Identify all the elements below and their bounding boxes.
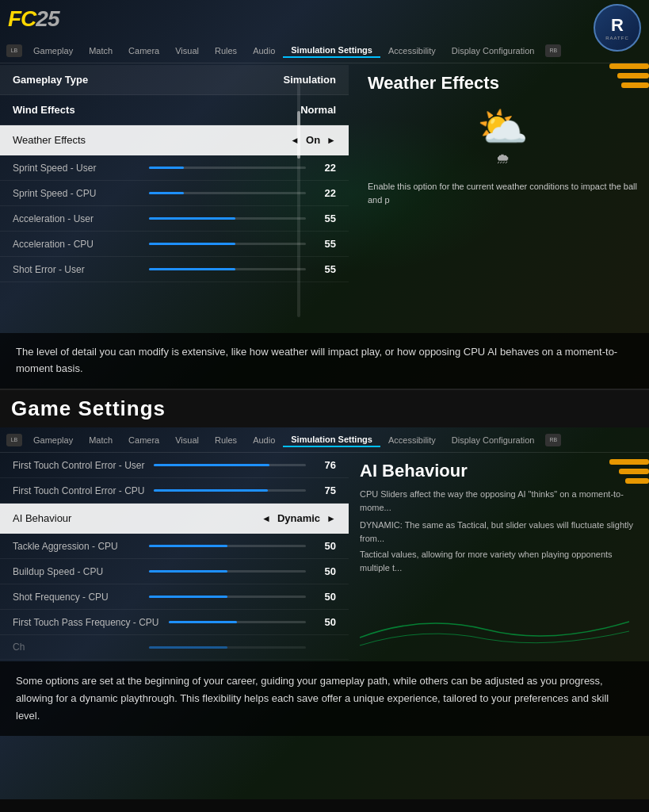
ai-behaviour-panel: AI Behaviour CPU Sliders affect the way … (349, 453, 649, 661)
shot-error-user-slider[interactable] (149, 268, 306, 270)
bottom-nav-match[interactable]: Match (81, 434, 120, 446)
bottom-orange-dashes (605, 459, 649, 484)
nav-item-display[interactable]: Display Configuration (444, 44, 543, 57)
gameplay-type-value: Simulation (284, 74, 336, 86)
ai-behaviour-control[interactable]: ◄ Dynamic ► (262, 512, 336, 524)
buildup-speed-value: 50 (315, 565, 336, 577)
fc25-logo: FC25 (8, 6, 59, 32)
buildup-speed-slider[interactable] (149, 570, 306, 573)
acceleration-user-slider[interactable] (149, 217, 306, 220)
badge-letter: R (611, 15, 624, 36)
top-section: FC25 R RAATFC LB Gameplay Match Camera V… (0, 0, 649, 389)
ftpass-freq-value: 50 (315, 616, 336, 628)
ftce-user-slider[interactable] (154, 464, 306, 466)
ch-slider[interactable] (149, 646, 306, 649)
nav-item-accessibility[interactable]: Accessibility (380, 44, 444, 57)
shot-error-user-row[interactable]: Shot Error - User 55 (0, 257, 349, 282)
ftce-user-row[interactable]: First Touch Control Error - User 76 (0, 453, 349, 478)
ftce-cpu-row[interactable]: First Touch Control Error - CPU 75 (0, 478, 349, 504)
sprint-speed-cpu-value: 22 (315, 187, 336, 199)
nav-item-gameplay[interactable]: Gameplay (25, 44, 81, 57)
acceleration-cpu-label: Acceleration - CPU (13, 239, 139, 250)
ch-label: Ch (13, 642, 139, 653)
bottom-nav-gameplay[interactable]: Gameplay (25, 434, 81, 446)
sprint-speed-user-label: Sprint Speed - User (13, 163, 139, 174)
buildup-speed-row[interactable]: Buildup Speed - CPU 50 (0, 559, 349, 584)
shot-error-user-label: Shot Error - User (13, 264, 139, 275)
game-settings-section: Game Settings (0, 389, 649, 427)
sprint-speed-cpu-label: Sprint Speed - CPU (13, 188, 139, 199)
orange-dash (625, 478, 649, 484)
weather-effects-row[interactable]: Weather Effects ◄ On ► (0, 125, 349, 155)
bottom-lb-button[interactable]: LB (6, 434, 22, 446)
rain-icon: 🌧 (496, 151, 510, 167)
sprint-speed-user-value: 22 (315, 162, 336, 174)
ai-arrow-left-icon[interactable]: ◄ (262, 513, 271, 524)
ftpass-freq-row[interactable]: First Touch Pass Frequency - CPU 50 (0, 610, 349, 635)
wind-effects-label: Wind Effects (13, 104, 75, 116)
tackle-aggression-row[interactable]: Tackle Aggression - CPU 50 (0, 534, 349, 559)
ai-behaviour-title: AI Behaviour (360, 461, 638, 481)
acceleration-user-value: 55 (315, 213, 336, 224)
wind-effects-row[interactable]: Wind Effects Normal (0, 95, 349, 125)
shot-frequency-value: 50 (315, 591, 336, 603)
nav-item-simulation[interactable]: Simulation Settings (283, 44, 380, 58)
tackle-aggression-slider[interactable] (149, 545, 306, 547)
ai-behaviour-row[interactable]: AI Behaviour ◄ Dynamic ► (0, 504, 349, 534)
nav-item-audio[interactable]: Audio (245, 44, 283, 57)
bottom-rb-button[interactable]: RB (545, 434, 561, 446)
orange-dash (609, 459, 649, 465)
orange-dash (619, 469, 649, 474)
ai-desc-line2: DYNAMIC: The same as Tactical, but slide… (360, 519, 638, 545)
orange-dash (609, 63, 649, 69)
nav-item-match[interactable]: Match (81, 44, 120, 57)
lb-button[interactable]: LB (6, 44, 22, 57)
nav-item-camera[interactable]: Camera (120, 44, 167, 57)
weather-effects-title: Weather Effects (368, 73, 638, 94)
bottom-nav-simulation[interactable]: Simulation Settings (283, 433, 380, 447)
bottom-nav-accessibility[interactable]: Accessibility (380, 434, 444, 446)
ch-row[interactable]: Ch (0, 635, 349, 660)
scrollbar-thumb (297, 111, 300, 159)
ai-desc-line3: Tactical values, allowing for more varie… (360, 548, 638, 574)
nav-item-visual[interactable]: Visual (167, 44, 207, 57)
bottom-panels: First Touch Control Error - User 76 Firs… (0, 453, 649, 661)
arrow-right-icon[interactable]: ► (326, 135, 336, 146)
orange-dash (621, 82, 649, 88)
sprint-speed-user-row[interactable]: Sprint Speed - User 22 (0, 155, 349, 181)
game-settings-title: Game Settings (11, 396, 638, 421)
acceleration-cpu-row[interactable]: Acceleration - CPU 55 (0, 232, 349, 257)
ftce-cpu-value: 75 (315, 485, 336, 496)
ai-desc-line1: CPU Sliders affect the way the opposing … (360, 488, 638, 514)
acceleration-user-label: Acceleration - User (13, 213, 139, 224)
acceleration-cpu-slider[interactable] (149, 243, 306, 245)
bottom-nav-rules[interactable]: Rules (207, 434, 245, 446)
bottom-nav-display[interactable]: Display Configuration (444, 434, 543, 446)
top-nav-bar: LB Gameplay Match Camera Visual Rules Au… (0, 38, 649, 63)
ftpass-freq-slider[interactable] (169, 621, 306, 623)
sprint-speed-cpu-slider[interactable] (149, 192, 306, 194)
ftce-cpu-slider[interactable] (154, 489, 306, 492)
acceleration-user-row[interactable]: Acceleration - User 55 (0, 206, 349, 232)
weather-description: Enable this option for the current weath… (368, 180, 638, 206)
ai-behaviour-value: Dynamic (277, 512, 320, 524)
shot-frequency-row[interactable]: Shot Frequency - CPU 50 (0, 584, 349, 610)
tackle-aggression-value: 50 (315, 540, 336, 552)
sprint-speed-cpu-row[interactable]: Sprint Speed - CPU 22 (0, 181, 349, 206)
ftce-user-label: First Touch Control Error - User (13, 460, 144, 471)
shot-frequency-slider[interactable] (149, 596, 306, 598)
bottom-description: Some options are set at the beginning of… (0, 661, 649, 736)
nav-item-rules[interactable]: Rules (207, 44, 245, 57)
ftce-user-value: 76 (315, 459, 336, 471)
ai-arrow-right-icon[interactable]: ► (326, 513, 336, 524)
bottom-nav-visual[interactable]: Visual (167, 434, 207, 446)
ftce-cpu-label: First Touch Control Error - CPU (13, 485, 144, 496)
sprint-speed-user-slider[interactable] (149, 167, 306, 169)
bottom-nav-audio[interactable]: Audio (245, 434, 283, 446)
green-lines-decoration (360, 606, 638, 653)
buildup-speed-label: Buildup Speed - CPU (13, 566, 139, 577)
rb-button[interactable]: RB (545, 44, 561, 57)
bottom-nav-camera[interactable]: Camera (120, 434, 167, 446)
bottom-nav-bar: LB Gameplay Match Camera Visual Rules Au… (0, 427, 649, 453)
scrollbar[interactable] (297, 79, 300, 317)
